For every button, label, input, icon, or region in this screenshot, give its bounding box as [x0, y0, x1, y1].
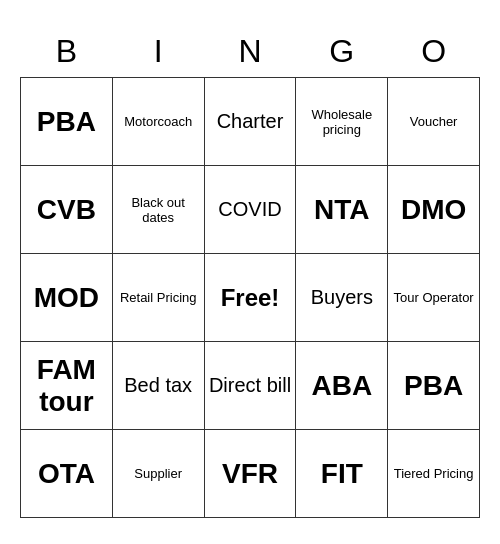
bingo-cell-3-4: PBA — [388, 342, 480, 430]
header-col-o: O — [388, 26, 480, 78]
header-col-i: I — [112, 26, 204, 78]
bingo-cell-4-1: Supplier — [112, 430, 204, 518]
header-col-g: G — [296, 26, 388, 78]
bingo-row-2: MODRetail PricingFree!BuyersTour Operato… — [21, 254, 480, 342]
bingo-row-4: OTASupplierVFRFITTiered Pricing — [21, 430, 480, 518]
bingo-row-0: PBAMotorcoachCharterWholesale pricingVou… — [21, 78, 480, 166]
header-col-b: B — [21, 26, 113, 78]
bingo-row-3: FAM tourBed taxDirect billABAPBA — [21, 342, 480, 430]
bingo-cell-1-0: CVB — [21, 166, 113, 254]
bingo-cell-3-2: Direct bill — [204, 342, 296, 430]
bingo-cell-0-2: Charter — [204, 78, 296, 166]
bingo-cell-2-2: Free! — [204, 254, 296, 342]
bingo-cell-1-2: COVID — [204, 166, 296, 254]
bingo-cell-0-3: Wholesale pricing — [296, 78, 388, 166]
bingo-cell-0-4: Voucher — [388, 78, 480, 166]
bingo-cell-3-1: Bed tax — [112, 342, 204, 430]
bingo-cell-2-1: Retail Pricing — [112, 254, 204, 342]
bingo-cell-2-3: Buyers — [296, 254, 388, 342]
bingo-cell-1-1: Black out dates — [112, 166, 204, 254]
bingo-cell-3-3: ABA — [296, 342, 388, 430]
header-row: BINGO — [21, 26, 480, 78]
bingo-cell-0-1: Motorcoach — [112, 78, 204, 166]
bingo-cell-4-0: OTA — [21, 430, 113, 518]
bingo-cell-2-4: Tour Operator — [388, 254, 480, 342]
header-col-n: N — [204, 26, 296, 78]
bingo-row-1: CVBBlack out datesCOVIDNTADMO — [21, 166, 480, 254]
bingo-cell-2-0: MOD — [21, 254, 113, 342]
bingo-cell-0-0: PBA — [21, 78, 113, 166]
bingo-cell-3-0: FAM tour — [21, 342, 113, 430]
bingo-cell-1-4: DMO — [388, 166, 480, 254]
bingo-card: BINGO PBAMotorcoachCharterWholesale pric… — [20, 26, 480, 519]
bingo-cell-4-2: VFR — [204, 430, 296, 518]
bingo-cell-4-4: Tiered Pricing — [388, 430, 480, 518]
bingo-cell-1-3: NTA — [296, 166, 388, 254]
bingo-cell-4-3: FIT — [296, 430, 388, 518]
